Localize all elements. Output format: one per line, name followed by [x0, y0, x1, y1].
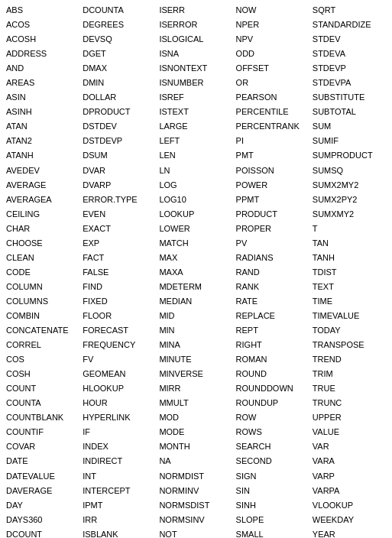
- function-item-minverse[interactable]: MINVERSE: [157, 367, 234, 381]
- function-item-text[interactable]: TEXT: [311, 280, 387, 294]
- function-item-roman[interactable]: ROMAN: [235, 352, 311, 367]
- function-item-mirr[interactable]: MIRR: [157, 381, 234, 396]
- function-item-cosh[interactable]: COSH: [5, 367, 81, 381]
- function-item-replace[interactable]: REPLACE: [235, 309, 311, 323]
- function-item-rank[interactable]: RANK: [235, 280, 311, 294]
- function-item-average[interactable]: AVERAGE: [5, 178, 81, 193]
- function-item-countif[interactable]: COUNTIF: [5, 425, 81, 439]
- function-item-cos[interactable]: COS: [5, 352, 81, 367]
- function-item-if[interactable]: IF: [81, 425, 157, 439]
- function-item-ln[interactable]: LN: [157, 164, 234, 178]
- function-item-percentrank[interactable]: PERCENTRANK: [235, 119, 311, 134]
- function-item-standardize[interactable]: STANDARDIZE: [311, 18, 387, 32]
- function-item-sqrt[interactable]: SQRT: [311, 3, 387, 18]
- function-item-pearson[interactable]: PEARSON: [235, 90, 311, 105]
- function-item-sumif[interactable]: SUMIF: [311, 134, 387, 148]
- function-item-asinh[interactable]: ASINH: [5, 105, 81, 119]
- function-item-len[interactable]: LEN: [157, 148, 234, 163]
- function-item-varp[interactable]: VARP: [311, 469, 387, 484]
- function-item-stdev[interactable]: STDEV: [311, 32, 387, 47]
- function-item-tanh[interactable]: TANH: [311, 251, 387, 265]
- function-item-transpose[interactable]: TRANSPOSE: [311, 338, 387, 352]
- function-item-pi[interactable]: PI: [235, 134, 311, 148]
- function-item-round[interactable]: ROUND: [235, 367, 311, 381]
- function-item-dproduct[interactable]: DPRODUCT: [81, 105, 157, 119]
- function-item-fact[interactable]: FACT: [81, 251, 157, 265]
- function-item-left[interactable]: LEFT: [157, 134, 234, 148]
- function-item-sign[interactable]: SIGN: [235, 469, 311, 484]
- function-item-ceiling[interactable]: CEILING: [5, 207, 81, 222]
- function-item-month[interactable]: MONTH: [157, 439, 234, 454]
- function-item-isblank[interactable]: ISBLANK: [81, 527, 157, 538]
- function-item-var[interactable]: VAR: [311, 439, 387, 454]
- function-item-rept[interactable]: REPT: [235, 323, 311, 338]
- function-item-indirect[interactable]: INDIRECT: [81, 454, 157, 468]
- function-item-right[interactable]: RIGHT: [235, 338, 311, 352]
- function-item-floor[interactable]: FLOOR: [81, 309, 157, 323]
- function-item-rounddown[interactable]: ROUNDDOWN: [235, 381, 311, 396]
- function-item-rows[interactable]: ROWS: [235, 425, 311, 439]
- function-item-tdist[interactable]: TDIST: [311, 265, 387, 280]
- function-item-char[interactable]: CHAR: [5, 222, 81, 236]
- function-item-upper[interactable]: UPPER: [311, 410, 387, 425]
- function-item-na[interactable]: NA: [157, 454, 234, 468]
- function-item-atan2[interactable]: ATAN2: [5, 134, 81, 148]
- function-item-areas[interactable]: AREAS: [5, 76, 81, 90]
- function-item-dsum[interactable]: DSUM: [81, 148, 157, 163]
- function-item-isnumber[interactable]: ISNUMBER: [157, 76, 234, 90]
- function-item-covar[interactable]: COVAR: [5, 439, 81, 454]
- function-item-proper[interactable]: PROPER: [235, 222, 311, 236]
- function-item-not[interactable]: NOT: [157, 527, 234, 538]
- function-item-vlookup[interactable]: VLOOKUP: [311, 498, 387, 513]
- function-item-dmax[interactable]: DMAX: [81, 61, 157, 76]
- function-item-small[interactable]: SMALL: [235, 527, 311, 538]
- function-item-isnontext[interactable]: ISNONTEXT: [157, 61, 234, 76]
- function-item-daverage[interactable]: DAVERAGE: [5, 484, 81, 498]
- function-item-istext[interactable]: ISTEXT: [157, 105, 234, 119]
- function-item-exact[interactable]: EXACT: [81, 222, 157, 236]
- function-item-dmin[interactable]: DMIN: [81, 76, 157, 90]
- function-item-norminv[interactable]: NORMINV: [157, 484, 234, 498]
- function-item-t[interactable]: T: [311, 222, 387, 236]
- function-item-or[interactable]: OR: [235, 76, 311, 90]
- function-item-degrees[interactable]: DEGREES: [81, 18, 157, 32]
- function-item-now[interactable]: NOW: [235, 3, 311, 18]
- function-item-normdist[interactable]: NORMDIST: [157, 469, 234, 484]
- function-item-min[interactable]: MIN: [157, 323, 234, 338]
- function-item-lookup[interactable]: LOOKUP: [157, 207, 234, 222]
- function-item-stdevpa[interactable]: STDEVPA: [311, 76, 387, 90]
- function-item-sumxmy2[interactable]: SUMXMY2: [311, 207, 387, 222]
- function-item-averagea[interactable]: AVERAGEA: [5, 193, 81, 207]
- function-item-hlookup[interactable]: HLOOKUP: [81, 381, 157, 396]
- function-item-year[interactable]: YEAR: [311, 527, 387, 538]
- function-item-slope[interactable]: SLOPE: [235, 513, 311, 527]
- function-item-row[interactable]: ROW: [235, 410, 311, 425]
- function-item-hour[interactable]: HOUR: [81, 396, 157, 410]
- function-item-days360[interactable]: DAYS360: [5, 513, 81, 527]
- function-item-atanh[interactable]: ATANH: [5, 148, 81, 163]
- function-item-search[interactable]: SEARCH: [235, 439, 311, 454]
- function-item-irr[interactable]: IRR: [81, 513, 157, 527]
- function-item-maxa[interactable]: MAXA: [157, 265, 234, 280]
- function-item-choose[interactable]: CHOOSE: [5, 236, 81, 251]
- function-item-offset[interactable]: OFFSET: [235, 61, 311, 76]
- function-item-sin[interactable]: SIN: [235, 484, 311, 498]
- function-item-second[interactable]: SECOND: [235, 454, 311, 468]
- function-item-column[interactable]: COLUMN: [5, 280, 81, 294]
- function-item-int[interactable]: INT: [81, 469, 157, 484]
- function-item-dvarp[interactable]: DVARP: [81, 178, 157, 193]
- function-item-mod[interactable]: MOD: [157, 410, 234, 425]
- function-item-pv[interactable]: PV: [235, 236, 311, 251]
- function-item-timevalue[interactable]: TIMEVALUE: [311, 309, 387, 323]
- function-item-sumsq[interactable]: SUMSQ: [311, 164, 387, 178]
- function-item-address[interactable]: ADDRESS: [5, 47, 81, 61]
- function-item-acos[interactable]: ACOS: [5, 18, 81, 32]
- function-item-max[interactable]: MAX: [157, 251, 234, 265]
- function-item-pmt[interactable]: PMT: [235, 148, 311, 163]
- function-item-radians[interactable]: RADIANS: [235, 251, 311, 265]
- function-item-index[interactable]: INDEX: [81, 439, 157, 454]
- function-item-atan[interactable]: ATAN: [5, 119, 81, 134]
- function-item-percentile[interactable]: PERCENTILE: [235, 105, 311, 119]
- function-item-stdevp[interactable]: STDEVP: [311, 61, 387, 76]
- function-item-odd[interactable]: ODD: [235, 47, 311, 61]
